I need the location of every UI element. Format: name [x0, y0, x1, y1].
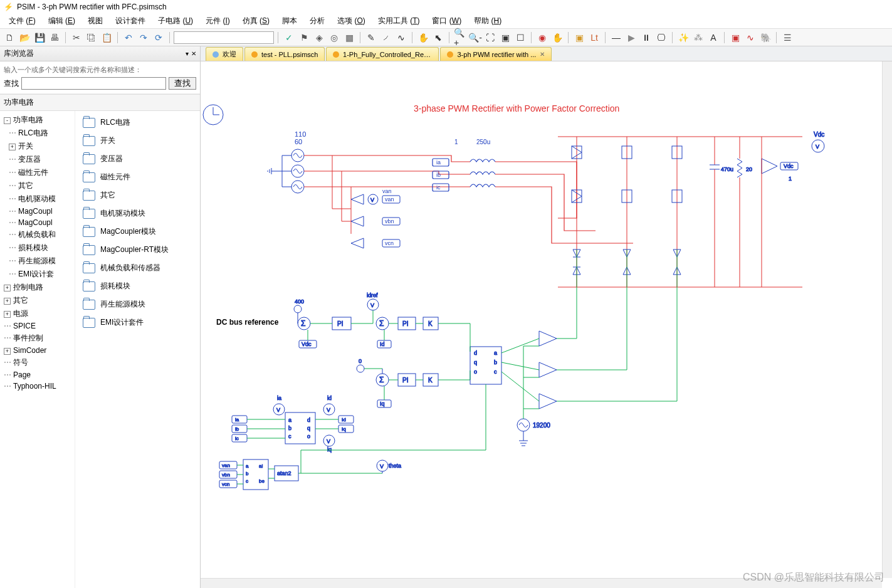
- tree-node[interactable]: ⋯再生能源模: [1, 255, 73, 268]
- menu-编辑[interactable]: 编辑 (E): [43, 14, 80, 28]
- tree-node[interactable]: +电源: [1, 307, 73, 320]
- lt-icon[interactable]: Lt: [587, 31, 601, 45]
- folder-item[interactable]: 其它: [78, 186, 197, 204]
- stop-icon[interactable]: ✋: [550, 31, 564, 45]
- toolbar-dropdown[interactable]: [174, 31, 274, 44]
- tree-node[interactable]: ⋯EMI设计套: [1, 268, 73, 281]
- menu-帮助[interactable]: 帮助 (H): [469, 14, 506, 28]
- tree-node[interactable]: ⋯RLC电路: [1, 127, 73, 140]
- menu-仿真[interactable]: 仿真 (S): [238, 14, 275, 28]
- menu-实用工具[interactable]: 实用工具 (T): [373, 14, 425, 28]
- tree-node[interactable]: +SimCoder: [1, 345, 73, 356]
- zoom-in-icon[interactable]: 🔍+: [453, 31, 467, 45]
- print-icon[interactable]: 🖶: [48, 31, 61, 45]
- folder-item[interactable]: MagCoupler模块: [78, 223, 197, 241]
- menu-视图[interactable]: 视图: [83, 14, 108, 28]
- zoom-area-icon[interactable]: ⛶: [483, 31, 497, 45]
- tree-node[interactable]: ⋯电机驱动模: [1, 192, 73, 206]
- library-tree[interactable]: -功率电路⋯RLC电路+开关⋯变压器⋯磁性元件⋯其它⋯电机驱动模⋯MagCoup…: [0, 111, 75, 588]
- tree-node[interactable]: +控制电路: [1, 281, 73, 294]
- menu-脚本[interactable]: 脚本: [277, 14, 302, 28]
- list-icon[interactable]: ☰: [780, 31, 794, 45]
- tree-node[interactable]: +其它: [1, 294, 73, 307]
- folder-item[interactable]: EMI设计套件: [78, 313, 197, 332]
- search-input[interactable]: [21, 77, 166, 90]
- folder-item[interactable]: 电机驱动模块: [78, 204, 197, 223]
- folder-item[interactable]: 机械负载和传感器: [78, 259, 197, 277]
- line-icon[interactable]: ⟋: [379, 31, 393, 45]
- folder-item[interactable]: 磁性元件: [78, 168, 197, 186]
- search-button[interactable]: 查找: [169, 77, 196, 90]
- menu-选项[interactable]: 选项 (O): [332, 14, 370, 28]
- tree-node[interactable]: -功率电路: [1, 113, 73, 127]
- tree-node[interactable]: +开关: [1, 140, 73, 153]
- tab[interactable]: test - PLL.psimsch: [244, 47, 325, 61]
- play-icon[interactable]: ▶: [624, 31, 638, 45]
- tree-node[interactable]: ⋯磁性元件: [1, 166, 73, 179]
- menu-分析[interactable]: 分析: [305, 14, 330, 28]
- check-icon[interactable]: ✓: [282, 31, 296, 45]
- menu-设计套件[interactable]: 设计套件: [110, 14, 150, 28]
- tree-node[interactable]: ⋯变压器: [1, 153, 73, 166]
- tree-node[interactable]: ⋯事件控制: [1, 332, 73, 345]
- park-transform[interactable]: Via ia ib ic a b c d q o Vid Id Iq Viq: [232, 395, 354, 453]
- chart-icon[interactable]: ▦: [342, 31, 356, 45]
- dash-icon[interactable]: —: [609, 31, 623, 45]
- cut-icon[interactable]: ✂: [70, 31, 83, 45]
- hand-icon[interactable]: ✋: [416, 31, 430, 45]
- copy-icon[interactable]: ⿻: [85, 31, 98, 45]
- tree-node[interactable]: ⋯Page: [1, 369, 73, 381]
- pause-icon[interactable]: ⏸: [639, 31, 653, 45]
- menu-子电路[interactable]: 子电路 (U): [153, 14, 198, 28]
- menu-元件[interactable]: 元件 (I): [201, 14, 235, 28]
- menu-窗口[interactable]: 窗口 (W): [427, 14, 466, 28]
- eyedrop-icon[interactable]: ⁂: [691, 31, 705, 45]
- folder-item[interactable]: 再生能源模块: [78, 295, 197, 313]
- red-box-icon[interactable]: ▣: [728, 31, 742, 45]
- block1-icon[interactable]: ▣: [572, 31, 586, 45]
- folder-item[interactable]: 变压器: [78, 150, 197, 168]
- library-folder-list[interactable]: RLC电路开关变压器磁性元件其它电机驱动模块MagCoupler模块MagCou…: [75, 111, 200, 588]
- paste-icon[interactable]: 📋: [100, 31, 113, 45]
- zoom-out-icon[interactable]: 🔍-: [468, 31, 482, 45]
- undo-icon[interactable]: ↶: [122, 31, 135, 45]
- tree-node[interactable]: ⋯MagCoupl: [1, 217, 73, 228]
- arrow-icon[interactable]: ⬉: [431, 31, 445, 45]
- pencil-icon[interactable]: ✎: [364, 31, 378, 45]
- schematic-canvas[interactable]: 3-phase PWM Rectifier with Power Factor …: [201, 61, 892, 588]
- three-phase-source[interactable]: [268, 149, 304, 193]
- panel-dropdown-icon[interactable]: ▾: [186, 50, 189, 57]
- wand-icon[interactable]: ✨: [676, 31, 690, 45]
- tree-node[interactable]: ⋯损耗模块: [1, 241, 73, 255]
- text-icon[interactable]: A: [706, 31, 720, 45]
- tab[interactable]: 3-ph PWM rectifier with ...✕: [440, 47, 552, 61]
- fit-icon[interactable]: ▣: [498, 31, 512, 45]
- redo-icon[interactable]: ↷: [137, 31, 150, 45]
- dc-link[interactable]: 470u 20 Vdc 1 V Vdc: [710, 131, 824, 287]
- inverter-bridge[interactable]: [558, 137, 802, 287]
- node-icon[interactable]: ◈: [312, 31, 326, 45]
- tab[interactable]: 欢迎: [206, 47, 243, 61]
- open-icon[interactable]: 📂: [18, 31, 31, 45]
- target-icon[interactable]: ◉: [535, 31, 549, 45]
- monitor-icon[interactable]: 🖵: [654, 31, 668, 45]
- tree-node[interactable]: ⋯SPICE: [1, 320, 73, 332]
- scope-icon[interactable]: ◎: [327, 31, 341, 45]
- refresh-icon[interactable]: ⟳: [152, 31, 165, 45]
- tree-node[interactable]: ⋯其它: [1, 179, 73, 192]
- tree-node[interactable]: ⋯MagCoupl: [1, 206, 73, 217]
- close-icon[interactable]: ✕: [540, 51, 545, 58]
- folder-item[interactable]: MagCoupler-RT模块: [78, 241, 197, 259]
- line2-icon[interactable]: ∿: [394, 31, 408, 45]
- pll-block[interactable]: van vbn vcn a b c al be atan2 Vtheta: [219, 384, 486, 490]
- tree-node[interactable]: ⋯Typhoon-HIL: [1, 381, 73, 392]
- elephant-icon[interactable]: 🐘: [758, 31, 772, 45]
- flag-icon[interactable]: ⚑: [297, 31, 311, 45]
- save-icon[interactable]: 💾: [33, 31, 46, 45]
- folder-item[interactable]: RLC电路: [78, 113, 197, 132]
- schematic-drawing[interactable]: 3-phase PWM Rectifier with Power Factor …: [201, 61, 892, 588]
- menu-文件[interactable]: 文件 (F): [4, 14, 41, 28]
- tree-node[interactable]: ⋯机械负载和: [1, 228, 73, 241]
- wave-icon[interactable]: ∿: [743, 31, 757, 45]
- new-icon[interactable]: 🗋: [3, 31, 16, 45]
